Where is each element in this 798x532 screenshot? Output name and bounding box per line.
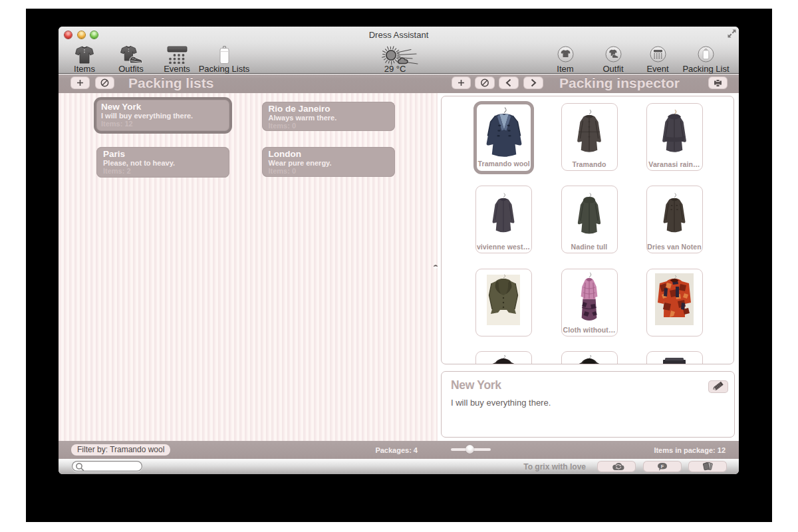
svg-text:F: F xyxy=(661,463,664,469)
